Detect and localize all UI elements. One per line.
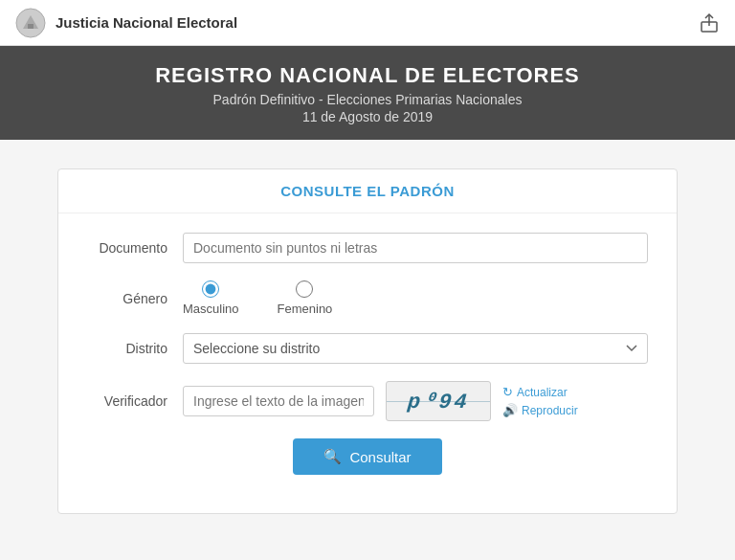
banner-date: 11 de Agosto de 2019 <box>15 109 720 124</box>
radio-group: Masculino Femenino <box>183 280 648 316</box>
documento-control <box>183 233 648 263</box>
header: Justicia Nacional Electoral <box>0 0 735 46</box>
button-row: 🔍 Consultar <box>87 438 648 475</box>
actualizar-link[interactable]: ↻ Actualizar <box>502 385 578 399</box>
genero-control: Masculino Femenino <box>183 280 648 316</box>
footer: DISPONIBLE EN ▶ Google play © 2019 Poder… <box>0 543 735 560</box>
reproducir-link[interactable]: 🔊 Reproducir <box>502 403 578 417</box>
distrito-label: Distrito <box>87 341 183 356</box>
verificador-row: Verificador p⁰94 ↻ Actualizar <box>87 381 648 421</box>
documento-input[interactable] <box>183 233 648 263</box>
form-card: CONSULTE EL PADRÓN Documento Género Masc… <box>57 168 678 514</box>
form-card-header: CONSULTE EL PADRÓN <box>58 169 677 213</box>
captcha-text: p⁰94 <box>406 389 470 414</box>
masculino-option: Masculino <box>183 280 239 316</box>
verificador-control: p⁰94 ↻ Actualizar 🔊 Reproducir <box>183 381 648 421</box>
share-icon[interactable] <box>699 12 720 34</box>
consultar-button[interactable]: 🔍 Consultar <box>293 438 441 475</box>
distrito-control: Seleccione su distrito <box>183 333 648 364</box>
verificador-input[interactable] <box>183 386 374 416</box>
masculino-radio[interactable] <box>202 280 219 298</box>
form-body: Documento Género Masculino <box>58 213 677 494</box>
consultar-label: Consultar <box>349 449 411 465</box>
speaker-icon: 🔊 <box>502 403 518 417</box>
verificador-label: Verificador <box>87 393 183 409</box>
reproducir-label: Reproducir <box>522 404 578 417</box>
documento-label: Documento <box>87 240 183 256</box>
refresh-icon: ↻ <box>502 385 513 399</box>
header-icons <box>699 12 720 34</box>
genero-label: Género <box>87 291 183 306</box>
captcha-image: p⁰94 <box>386 381 491 421</box>
femenino-label: Femenino <box>278 302 333 316</box>
femenino-radio[interactable] <box>296 280 313 298</box>
distrito-row: Distrito Seleccione su distrito <box>87 333 648 364</box>
verificador-inner: p⁰94 ↻ Actualizar 🔊 Reproducir <box>183 381 648 421</box>
documento-row: Documento <box>87 233 648 263</box>
search-icon: 🔍 <box>323 448 342 465</box>
banner-title: REGISTRO NACIONAL DE ELECTORES <box>15 63 720 88</box>
app-logo <box>15 8 46 38</box>
genero-row: Género Masculino Femenino <box>87 280 648 316</box>
banner-subtitle: Padrón Definitivo - Elecciones Primarias… <box>15 92 720 107</box>
svg-rect-1 <box>28 24 33 29</box>
captcha-actions: ↻ Actualizar 🔊 Reproducir <box>502 385 578 417</box>
femenino-option: Femenino <box>278 280 333 316</box>
actualizar-label: Actualizar <box>517 386 568 399</box>
masculino-label: Masculino <box>183 302 239 316</box>
main-content: CONSULTE EL PADRÓN Documento Género Masc… <box>0 140 735 543</box>
banner: REGISTRO NACIONAL DE ELECTORES Padrón De… <box>0 46 735 140</box>
header-left: Justicia Nacional Electoral <box>15 8 237 38</box>
distrito-select[interactable]: Seleccione su distrito <box>183 333 648 364</box>
header-title: Justicia Nacional Electoral <box>56 14 237 31</box>
